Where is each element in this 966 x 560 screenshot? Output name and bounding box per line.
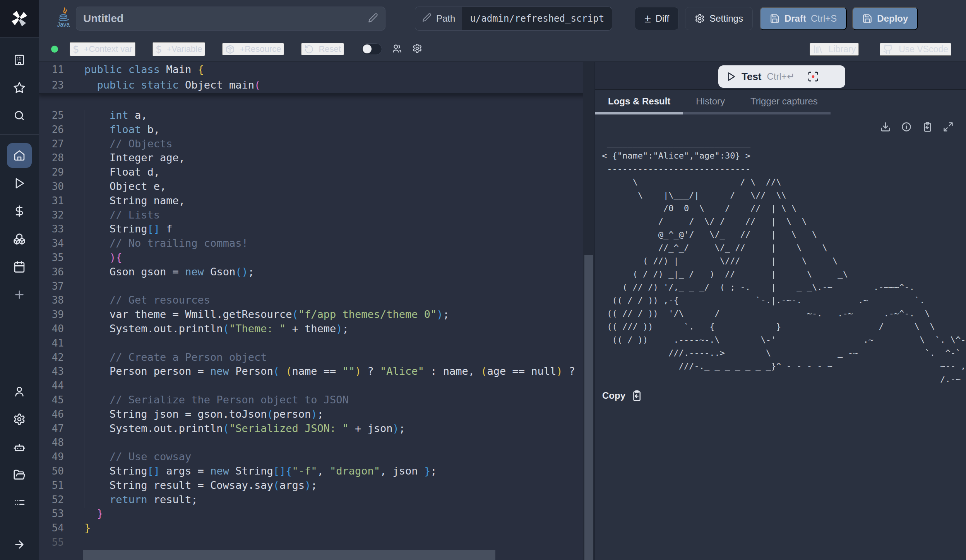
tab-logs-result[interactable]: Logs & Result (595, 90, 683, 114)
line-number: 42 (39, 350, 84, 365)
add-resource-button[interactable]: +Resource (222, 43, 284, 55)
line-number: 32 (39, 208, 84, 222)
sidebar-item-resources[interactable] (7, 227, 32, 251)
reset-button[interactable]: Reset (301, 43, 344, 55)
clipboard-icon[interactable] (922, 121, 933, 132)
collaborators-button[interactable] (392, 43, 402, 55)
download-icon[interactable] (880, 121, 891, 132)
capture-scan-icon[interactable] (807, 71, 819, 82)
sidebar-item-settings[interactable] (7, 407, 32, 432)
draft-shortcut: Ctrl+S (811, 13, 837, 24)
code-line: 30 Object e, (39, 179, 594, 194)
sidebar-item-home[interactable] (7, 143, 32, 168)
result-tabs: Logs & ResultHistoryTrigger captures (595, 90, 966, 114)
sidebar-item-folders[interactable] (7, 463, 32, 487)
test-shortcut: Ctrl+↵ (767, 71, 795, 82)
code-line: 40 System.out.println("Theme: " + theme)… (39, 322, 594, 336)
code-lines[interactable]: 25 int a,26 float b,27 // Objects28 Inte… (39, 108, 594, 550)
line-number: 40 (39, 322, 84, 336)
code-line: 49 // Use cowsay (39, 450, 594, 464)
code-line: 33 String[] f (39, 222, 594, 236)
code-line: 26 float b, (39, 123, 594, 137)
line-number: 43 (39, 364, 84, 379)
toggle-knob (363, 44, 372, 53)
sidebar-item-search[interactable] (7, 103, 32, 128)
sidebar-item-favorites[interactable] (7, 75, 32, 100)
tab-trigger-captures[interactable]: Trigger captures (738, 90, 831, 114)
save-icon (862, 14, 872, 24)
add-variable-button[interactable]: $ +Variable (152, 42, 205, 56)
sidebar-divider (0, 134, 39, 135)
line-number: 46 (39, 407, 84, 422)
line-number: 25 (39, 108, 84, 123)
vertical-scroll-thumb[interactable] (584, 255, 593, 560)
dollar-icon: $ (73, 43, 79, 55)
tab-bar-spacer (831, 90, 966, 114)
building-icon (13, 54, 26, 66)
expand-icon[interactable] (943, 121, 954, 132)
folder-open-icon (13, 469, 26, 481)
copy-result-button[interactable]: Copy (595, 390, 966, 401)
code-line: 55 (39, 535, 594, 550)
script-title-input[interactable]: Untitled (76, 7, 385, 31)
code-line: 42 // Create a Person object (39, 350, 594, 365)
rotate-ccw-icon (304, 44, 314, 54)
windmill-logo[interactable] (0, 0, 39, 38)
path-input[interactable]: u/admin/refreshed_script (462, 7, 612, 30)
edit-title-pencil-icon[interactable] (368, 13, 378, 24)
sidebar-item-workspace[interactable] (7, 48, 32, 72)
horizontal-scroll-thumb[interactable] (83, 550, 495, 560)
sidebar-expand[interactable] (7, 532, 32, 557)
info-icon[interactable] (901, 121, 912, 132)
line-number: 33 (39, 222, 84, 236)
line-number: 30 (39, 179, 84, 194)
add-context-var-button[interactable]: $ +Context var (70, 42, 135, 56)
sidebar-item-audit-logs[interactable] (7, 490, 32, 515)
library-button[interactable]: Library (810, 43, 859, 56)
line-number: 28 (39, 151, 84, 165)
path-label[interactable]: Path (415, 7, 462, 30)
package-icon (225, 44, 235, 54)
code-line: 50 String[] args = new String[]{"-f", "d… (39, 464, 594, 478)
line-number: 44 (39, 379, 84, 393)
line-number: 52 (39, 493, 84, 507)
tab-history[interactable]: History (683, 90, 738, 114)
sidebar-item-account[interactable] (7, 379, 32, 404)
result-actions (595, 114, 966, 132)
test-button[interactable]: Test Ctrl+↵ (718, 65, 845, 88)
code-line: 27 // Objects (39, 137, 594, 151)
sticky-scroll-lines[interactable]: 11public class Main {23 public static Ob… (39, 62, 594, 94)
editor-vertical-scrollbar[interactable] (583, 62, 594, 560)
search-icon (13, 109, 26, 122)
sidebar-item-schedules[interactable] (7, 254, 32, 279)
code-line: 43 Person person = new Person( (name == … (39, 364, 594, 379)
editor-toolbar: $ +Context var $ +Variable +Resource Res… (39, 37, 966, 62)
diff-button[interactable]: ± Diff (635, 7, 679, 30)
save-icon (770, 14, 780, 24)
code-line: 45 // Serialize the Person object to JSO… (39, 393, 594, 407)
line-number: 23 (39, 77, 84, 93)
gear-icon (412, 43, 422, 53)
pinwheel-icon (10, 10, 28, 27)
line-number: 53 (39, 507, 84, 521)
clipboard-copy-icon (631, 390, 642, 401)
plus-minus-icon: ± (644, 14, 651, 24)
sidebar-item-runs[interactable] (7, 171, 32, 196)
settings-button[interactable]: Settings (685, 7, 753, 30)
use-vscode-button[interactable]: Use VScode (880, 43, 951, 56)
calendar-icon (13, 261, 26, 273)
dollar-icon: $ (156, 43, 162, 55)
sidebar-item-workers[interactable] (7, 435, 32, 459)
assistant-toggle[interactable] (361, 43, 382, 55)
github-icon (883, 44, 893, 55)
code-editor[interactable]: 11public class Main {23 public static Ob… (39, 62, 594, 560)
draft-button[interactable]: Draft Ctrl+S (760, 7, 847, 30)
deploy-button[interactable]: Deploy (852, 7, 918, 30)
line-number: 36 (39, 265, 84, 279)
sidebar-item-variables[interactable] (7, 199, 32, 224)
line-number: 34 (39, 236, 84, 251)
sidebar-item-add[interactable] (7, 282, 32, 307)
script-title: Untitled (83, 12, 368, 25)
editor-settings-button[interactable] (412, 43, 422, 55)
edit-path-pencil-icon (422, 13, 432, 24)
